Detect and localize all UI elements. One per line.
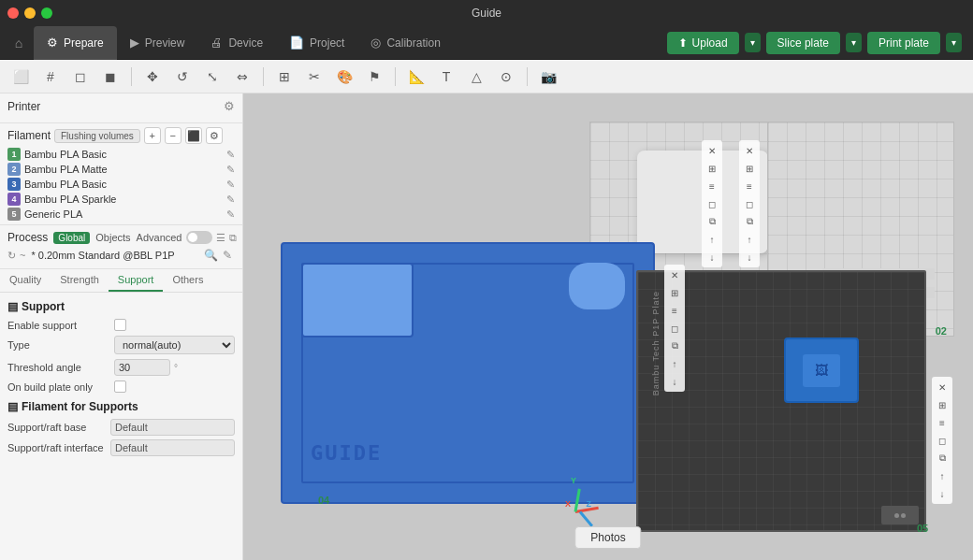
- process-copy-icon[interactable]: ⧉: [229, 232, 237, 244]
- toolbar-wireframe-icon[interactable]: ◻: [67, 64, 94, 90]
- support-raft-interface-row: Support/raft interface Default: [7, 439, 235, 456]
- plate-label-05: 05: [917, 523, 928, 534]
- plate-02-tool-copy[interactable]: ⧉: [741, 213, 758, 230]
- toolbar-mirror-icon[interactable]: ⇔: [229, 64, 255, 90]
- plate-01-tool-add[interactable]: ⊞: [704, 160, 720, 177]
- tab-quality[interactable]: Quality: [0, 269, 51, 292]
- filament-name-2: Bambu PLA Matte: [24, 164, 223, 175]
- upload-button[interactable]: ⬆ Upload: [667, 32, 739, 54]
- plate-01-tool-down[interactable]: ↓: [704, 249, 720, 266]
- plate-02-tool-add[interactable]: ⊞: [741, 160, 758, 177]
- plate-01-tool-cross[interactable]: ✕: [704, 142, 720, 159]
- plate-02-tool-settings[interactable]: ≡: [741, 178, 758, 194]
- device-icon: 🖨: [211, 36, 223, 50]
- plate-04[interactable]: GUIDE: [281, 242, 655, 504]
- toolbar-measure-icon[interactable]: 📐: [403, 64, 429, 90]
- toolbar-text-icon[interactable]: T: [433, 64, 459, 90]
- plate-05-tool-down[interactable]: ↓: [934, 485, 951, 502]
- filament-edit-1[interactable]: ✎: [226, 149, 235, 161]
- tab-calibration[interactable]: ◎ Calibration: [357, 26, 453, 60]
- process-list-icon[interactable]: ☰: [216, 232, 225, 244]
- maximize-button[interactable]: [41, 7, 52, 19]
- plate-05-tool-cross[interactable]: ✕: [934, 379, 951, 395]
- tab-preview[interactable]: ▶ Preview: [117, 26, 198, 60]
- minimize-button[interactable]: [24, 7, 36, 19]
- filament-edit-4[interactable]: ✎: [226, 194, 235, 206]
- filament-badge[interactable]: Flushing volumes: [54, 129, 140, 143]
- plate-04-tool-add[interactable]: ⊞: [666, 284, 683, 301]
- filament-gear-icon[interactable]: ⚙: [206, 127, 223, 144]
- filament-image-button[interactable]: ⬛: [185, 127, 202, 144]
- plate-02-tool-down[interactable]: ↓: [741, 249, 758, 266]
- toolbar-arrange-icon[interactable]: ⊞: [271, 64, 298, 90]
- plate-01-tool-object[interactable]: ◻: [704, 195, 720, 212]
- plate-05-tool-settings[interactable]: ≡: [934, 414, 951, 431]
- plate-04-tool-up[interactable]: ↑: [666, 355, 683, 372]
- filament-edit-5[interactable]: ✎: [226, 208, 235, 221]
- filament-edit-2[interactable]: ✎: [226, 164, 235, 176]
- advanced-toggle[interactable]: [186, 231, 212, 244]
- plate-01-tool-up[interactable]: ↑: [704, 231, 720, 248]
- print-arrow[interactable]: ▾: [946, 33, 962, 52]
- printer-gear-icon[interactable]: ⚙: [224, 99, 235, 113]
- filament-header: Filament Flushing volumes + − ⬛ ⚙: [7, 127, 235, 144]
- toolbar-rotate-icon[interactable]: ↺: [169, 64, 196, 90]
- toolbar-shading-icon[interactable]: ◼: [97, 64, 123, 90]
- plate-02-tool-cross[interactable]: ✕: [741, 142, 758, 159]
- photos-button[interactable]: Photos: [574, 526, 641, 549]
- process-objects-tag[interactable]: Objects: [95, 232, 130, 243]
- tab-support[interactable]: Support: [109, 269, 164, 292]
- slice-arrow[interactable]: ▾: [846, 33, 862, 52]
- toolbar-grid-icon[interactable]: #: [37, 64, 64, 90]
- plate-04-tool-down[interactable]: ↓: [666, 373, 683, 390]
- toolbar-shape-icon[interactable]: △: [463, 64, 489, 90]
- filament-add-button[interactable]: +: [144, 127, 161, 144]
- plate-04-tool-settings[interactable]: ≡: [666, 302, 683, 319]
- plate-01-tool-copy[interactable]: ⧉: [704, 213, 720, 230]
- plate-04-tool-cross[interactable]: ✕: [666, 266, 683, 283]
- slice-button[interactable]: Slice plate: [766, 32, 840, 54]
- tab-prepare[interactable]: ⚙ Prepare: [34, 26, 117, 60]
- filament-edit-3[interactable]: ✎: [226, 179, 235, 191]
- close-button[interactable]: [7, 7, 19, 19]
- preset-row: ↻ ~ * 0.20mm Standard @BBL P1P 🔍 ✎: [7, 248, 235, 263]
- plate-04-window2: [569, 263, 625, 309]
- plate-02-tool-object[interactable]: ◻: [741, 195, 758, 212]
- toolbar-color-icon[interactable]: 🎨: [331, 64, 357, 90]
- plate-04-tool-object[interactable]: ◻: [666, 320, 683, 337]
- process-tabs: Quality Strength Support Others: [0, 269, 242, 293]
- plate-01-tool-settings[interactable]: ≡: [704, 178, 720, 194]
- plate-05-tool-add[interactable]: ⊞: [934, 396, 951, 413]
- tab-project[interactable]: 📄 Project: [276, 26, 357, 60]
- threshold-input[interactable]: [114, 359, 170, 376]
- type-select[interactable]: normal(auto): [114, 336, 235, 354]
- toolbar-move-icon[interactable]: ✥: [139, 64, 166, 90]
- plate-05-tool-copy[interactable]: ⧉: [934, 450, 951, 467]
- x-axis-label: X: [565, 499, 571, 509]
- preset-edit-icon[interactable]: ✎: [220, 248, 235, 263]
- print-button[interactable]: Print plate: [867, 32, 940, 54]
- tab-device[interactable]: 🖨 Device: [197, 26, 276, 60]
- plate-05-tool-object[interactable]: ◻: [934, 432, 951, 449]
- on-build-plate-checkbox[interactable]: [114, 381, 126, 393]
- enable-support-checkbox[interactable]: [114, 319, 126, 331]
- toolbar-scale-icon[interactable]: ⤡: [199, 64, 225, 90]
- tab-strength[interactable]: Strength: [51, 269, 109, 292]
- tab-others[interactable]: Others: [163, 269, 212, 292]
- filament-minus-button[interactable]: −: [165, 127, 182, 144]
- plate-02-tool-up[interactable]: ↑: [741, 231, 758, 248]
- toolbar-cube-icon[interactable]: ⬜: [7, 64, 34, 90]
- type-label: Type: [7, 339, 110, 351]
- plate-05-corner-dot: [901, 513, 906, 518]
- toolbar-bool-icon[interactable]: ⊙: [493, 64, 519, 90]
- home-icon[interactable]: ⌂: [4, 26, 34, 60]
- toolbar-photo-icon[interactable]: 📷: [535, 64, 561, 90]
- upload-arrow[interactable]: ▾: [745, 33, 761, 52]
- preset-search-icon[interactable]: 🔍: [203, 248, 218, 263]
- process-global-tag[interactable]: Global: [53, 232, 90, 244]
- toolbar-support-icon[interactable]: ⚑: [361, 64, 387, 90]
- plate-05-tool-up[interactable]: ↑: [934, 467, 951, 484]
- viewport[interactable]: 01 02 GUIDE 04 Bambu Tech P1P Plate: [243, 93, 973, 560]
- plate-04-tool-copy[interactable]: ⧉: [666, 337, 683, 354]
- toolbar-cut-icon[interactable]: ✂: [301, 64, 327, 90]
